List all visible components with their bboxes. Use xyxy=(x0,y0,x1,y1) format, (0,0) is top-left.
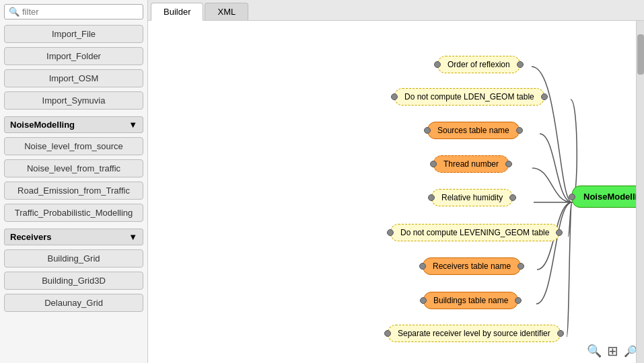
import-file-button[interactable]: Import_File xyxy=(4,25,143,43)
search-box[interactable]: 🔍 xyxy=(4,4,143,19)
port-sources-left xyxy=(424,127,431,134)
node-levening-label: Do not compute LEVENING_GEOM table xyxy=(400,228,549,237)
delaunay-grid-button[interactable]: Delaunay_Grid xyxy=(4,294,143,312)
node-relative-humidity[interactable]: Relative humidity xyxy=(431,189,513,206)
import-symuvia-button[interactable]: Import_Symuvia xyxy=(4,91,143,110)
noise-level-traffic-button[interactable]: Noise_level_from_traffic xyxy=(4,159,143,177)
node-noise-modelling-main[interactable]: NoiseModelling:Noise_level_from_source xyxy=(572,186,644,208)
node-separate-receiver[interactable]: Separate receiver level by source identi… xyxy=(388,325,561,342)
node-humidity-label: Relative humidity xyxy=(441,193,503,202)
node-buildings-label: Buildings table name xyxy=(433,296,508,305)
node-thread-number[interactable]: Thread number xyxy=(433,155,509,173)
node-receivers-table[interactable]: Receivers table name xyxy=(423,257,521,275)
canvas-area[interactable]: Order of reflexion Do not compute LDEN_G… xyxy=(148,21,644,363)
receivers-chevron: ▼ xyxy=(129,232,137,242)
node-buildings-table[interactable]: Buildings table name xyxy=(423,292,518,309)
port-buildings-right xyxy=(515,297,522,304)
bottom-toolbar: 🔍 ⊞ 🔍 xyxy=(587,343,637,359)
building-grid3d-button[interactable]: Building_Grid3D xyxy=(4,272,143,290)
port-receivers-right xyxy=(517,263,524,270)
noise-level-source-button[interactable]: Noise_level_from_source xyxy=(4,137,143,155)
node-do-not-compute-levening[interactable]: Do not compute LEVENING_GEOM table xyxy=(390,224,559,241)
grid-icon[interactable]: ⊞ xyxy=(607,343,618,359)
node-do-not-compute-lden[interactable]: Do not compute LDEN_GEOM table xyxy=(394,88,544,106)
scrollbar[interactable] xyxy=(636,21,644,363)
scrollbar-thumb[interactable] xyxy=(637,34,644,75)
node-main-label: NoiseModelling:Noise_level_from_source xyxy=(583,192,644,202)
zoom-in-icon[interactable]: 🔍 xyxy=(587,344,602,358)
main-content: Builder XML xyxy=(148,0,644,363)
node-lden-label: Do not compute LDEN_GEOM table xyxy=(404,92,534,102)
node-thread-label: Thread number xyxy=(443,159,499,169)
tab-builder[interactable]: Builder xyxy=(151,3,203,21)
node-sources-table[interactable]: Sources table name xyxy=(427,122,520,139)
port-separate-right xyxy=(557,330,564,337)
node-order-label: Order of reflexion xyxy=(448,60,510,69)
port-levening-left xyxy=(387,229,394,236)
port-humidity-right xyxy=(509,194,516,201)
tab-bar: Builder XML xyxy=(148,0,644,21)
node-separate-label: Separate receiver level by source identi… xyxy=(398,329,550,338)
sidebar: 🔍 Import_File Import_Folder Import_OSM I… xyxy=(0,0,148,363)
node-receivers-label: Receivers table name xyxy=(433,261,511,271)
node-order-of-reflexion[interactable]: Order of reflexion xyxy=(437,56,520,73)
port-buildings-left xyxy=(420,297,427,304)
building-grid-button[interactable]: Building_Grid xyxy=(4,249,143,268)
traffic-probabilistic-button[interactable]: Traffic_Probabilistic_Modelling xyxy=(4,204,143,222)
port-main-left xyxy=(569,194,575,200)
search-icon: 🔍 xyxy=(9,7,20,17)
port-lden-left xyxy=(391,93,398,100)
port-lden-right xyxy=(541,93,548,100)
port-receivers-left xyxy=(419,263,426,270)
noise-modelling-section[interactable]: NoiseModelling ▼ xyxy=(4,116,143,133)
port-humidity-left xyxy=(428,194,435,201)
port-thread-right xyxy=(505,161,512,167)
port-order-right xyxy=(517,61,524,68)
port-levening-right xyxy=(556,229,563,236)
zoom-out-icon[interactable]: 🔍 xyxy=(624,345,637,358)
import-folder-button[interactable]: Import_Folder xyxy=(4,47,143,65)
noise-modelling-label: NoiseModelling xyxy=(10,120,75,130)
search-input[interactable] xyxy=(22,7,139,17)
road-emission-button[interactable]: Road_Emission_from_Traffic xyxy=(4,182,143,200)
noise-modelling-chevron: ▼ xyxy=(129,120,137,130)
port-thread-left xyxy=(430,161,437,167)
port-sources-right xyxy=(516,127,523,134)
port-order-left xyxy=(434,61,441,68)
tab-xml[interactable]: XML xyxy=(205,3,248,20)
connections-svg xyxy=(148,21,644,363)
port-separate-left xyxy=(384,330,391,337)
receivers-label: Receivers xyxy=(10,232,51,242)
receivers-section[interactable]: Receivers ▼ xyxy=(4,229,143,245)
import-osm-button[interactable]: Import_OSM xyxy=(4,69,143,87)
node-sources-label: Sources table name xyxy=(437,126,509,135)
